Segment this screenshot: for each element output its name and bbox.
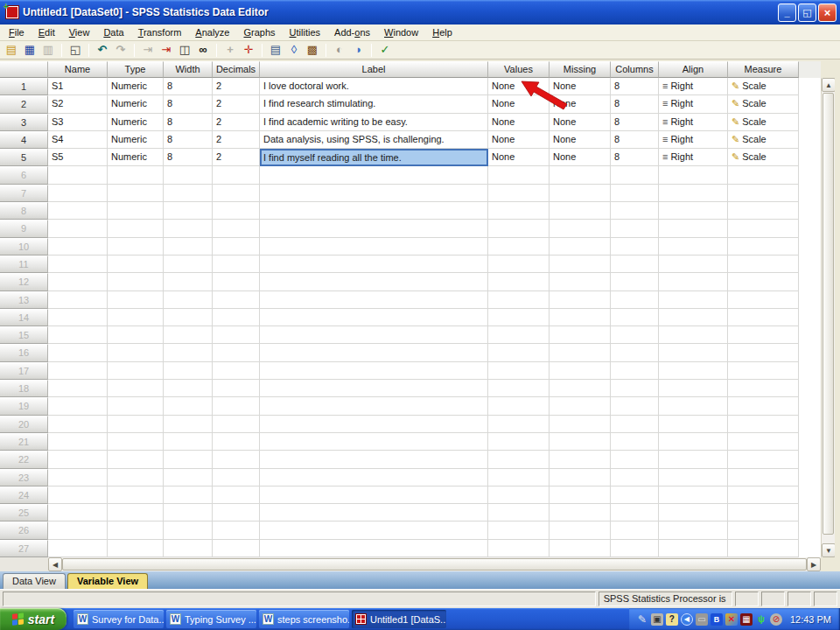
- values-cell[interactable]: [488, 273, 550, 290]
- menu-item[interactable]: Window: [377, 25, 425, 39]
- row-header[interactable]: 25: [0, 504, 48, 522]
- align-cell[interactable]: [659, 469, 728, 486]
- measure-cell[interactable]: [728, 202, 799, 220]
- align-cell[interactable]: [659, 522, 728, 539]
- columns-cell[interactable]: [611, 540, 659, 557]
- name-cell[interactable]: [48, 309, 108, 326]
- missing-cell[interactable]: [550, 185, 611, 202]
- type-cell[interactable]: [108, 397, 164, 415]
- scroll-right-button[interactable]: ▶: [807, 557, 821, 571]
- weight-cases-icon[interactable]: ◊: [286, 43, 302, 58]
- label-cell[interactable]: [260, 166, 488, 184]
- values-cell[interactable]: [488, 433, 550, 451]
- column-header-measure[interactable]: Measure: [728, 61, 799, 78]
- align-cell[interactable]: [659, 256, 728, 273]
- row-header[interactable]: 19: [0, 397, 48, 415]
- close-button[interactable]: ×: [818, 4, 836, 22]
- values-cell[interactable]: [488, 486, 550, 504]
- width-cell[interactable]: [164, 504, 213, 522]
- decimals-cell[interactable]: [213, 185, 260, 202]
- row-header[interactable]: 5: [0, 149, 48, 166]
- hide-tray-icons-button[interactable]: ◀: [681, 613, 693, 626]
- values-cell[interactable]: None: [488, 114, 550, 131]
- decimals-cell[interactable]: [213, 220, 260, 237]
- split-file-icon[interactable]: ▤: [268, 43, 284, 58]
- values-cell[interactable]: [488, 291, 550, 309]
- name-cell[interactable]: [48, 504, 108, 522]
- open-data-icon[interactable]: ▤: [4, 43, 19, 58]
- measure-cell[interactable]: [728, 326, 799, 344]
- decimals-cell[interactable]: [213, 291, 260, 309]
- label-cell[interactable]: [260, 433, 488, 451]
- width-cell[interactable]: [164, 469, 213, 486]
- columns-cell[interactable]: 8: [611, 78, 659, 95]
- column-header-decimals[interactable]: Decimals: [213, 61, 260, 78]
- values-cell[interactable]: [488, 416, 550, 433]
- name-cell[interactable]: [48, 522, 108, 539]
- missing-cell[interactable]: None: [550, 131, 611, 149]
- type-cell[interactable]: [108, 238, 164, 256]
- align-cell[interactable]: [659, 326, 728, 344]
- align-cell[interactable]: [659, 540, 728, 557]
- column-header-label[interactable]: Label: [260, 61, 488, 78]
- name-cell[interactable]: S4: [48, 131, 108, 149]
- width-cell[interactable]: [164, 451, 213, 468]
- menu-item[interactable]: Analyze: [188, 25, 236, 39]
- align-cell[interactable]: ≡Right: [659, 114, 728, 131]
- variables-info-icon[interactable]: ◫: [177, 43, 192, 58]
- values-cell[interactable]: [488, 540, 550, 557]
- label-cell[interactable]: [260, 397, 488, 415]
- missing-cell[interactable]: [550, 344, 611, 361]
- decimals-cell[interactable]: [213, 326, 260, 344]
- name-cell[interactable]: [48, 166, 108, 184]
- missing-cell[interactable]: [550, 416, 611, 433]
- label-cell[interactable]: Data analysis, using SPSS, is challengin…: [260, 131, 488, 149]
- horizontal-scrollbar[interactable]: ◀ ▶: [48, 557, 821, 571]
- decimals-cell[interactable]: [213, 433, 260, 451]
- pen-input-icon[interactable]: ✎: [636, 613, 648, 626]
- value-labels-icon[interactable]: ▩: [304, 43, 320, 58]
- row-header[interactable]: 26: [0, 522, 48, 539]
- name-cell[interactable]: [48, 380, 108, 397]
- decimals-cell[interactable]: [213, 486, 260, 504]
- decimals-cell[interactable]: 2: [213, 149, 260, 166]
- print-icon[interactable]: ▥: [40, 43, 56, 58]
- measure-cell[interactable]: ✎Scale: [728, 131, 799, 149]
- columns-cell[interactable]: [611, 433, 659, 451]
- missing-cell[interactable]: [550, 540, 611, 557]
- columns-cell[interactable]: [611, 504, 659, 522]
- spell-check-icon[interactable]: ✓: [377, 43, 393, 58]
- horizontal-scroll-thumb[interactable]: [62, 558, 807, 570]
- label-cell[interactable]: [260, 238, 488, 256]
- type-cell[interactable]: [108, 309, 164, 326]
- width-cell[interactable]: [164, 273, 213, 290]
- width-cell[interactable]: [164, 309, 213, 326]
- name-cell[interactable]: [48, 416, 108, 433]
- measure-cell[interactable]: [728, 397, 799, 415]
- undo-icon[interactable]: ↶: [94, 43, 110, 58]
- row-header[interactable]: 12: [0, 273, 48, 290]
- label-cell[interactable]: I find research stimulating.: [260, 95, 488, 113]
- measure-cell[interactable]: [728, 486, 799, 504]
- type-cell[interactable]: Numeric: [108, 95, 164, 113]
- name-cell[interactable]: S3: [48, 114, 108, 131]
- align-cell[interactable]: ≡Right: [659, 131, 728, 149]
- row-header[interactable]: 18: [0, 380, 48, 397]
- help-book-icon[interactable]: ?: [666, 613, 678, 626]
- select-cases-icon[interactable]: ◑: [350, 43, 366, 58]
- missing-cell[interactable]: [550, 273, 611, 290]
- missing-cell[interactable]: [550, 309, 611, 326]
- width-cell[interactable]: [164, 220, 213, 237]
- label-cell[interactable]: [260, 504, 488, 522]
- label-cell[interactable]: [260, 416, 488, 433]
- label-cell[interactable]: [260, 380, 488, 397]
- columns-cell[interactable]: 8: [611, 149, 659, 166]
- align-cell[interactable]: [659, 185, 728, 202]
- decimals-cell[interactable]: 2: [213, 131, 260, 149]
- type-cell[interactable]: [108, 326, 164, 344]
- menu-item[interactable]: View: [62, 25, 97, 39]
- values-cell[interactable]: [488, 344, 550, 361]
- column-header-width[interactable]: Width: [164, 61, 213, 78]
- decimals-cell[interactable]: [213, 380, 260, 397]
- scroll-down-button[interactable]: ▼: [822, 543, 836, 557]
